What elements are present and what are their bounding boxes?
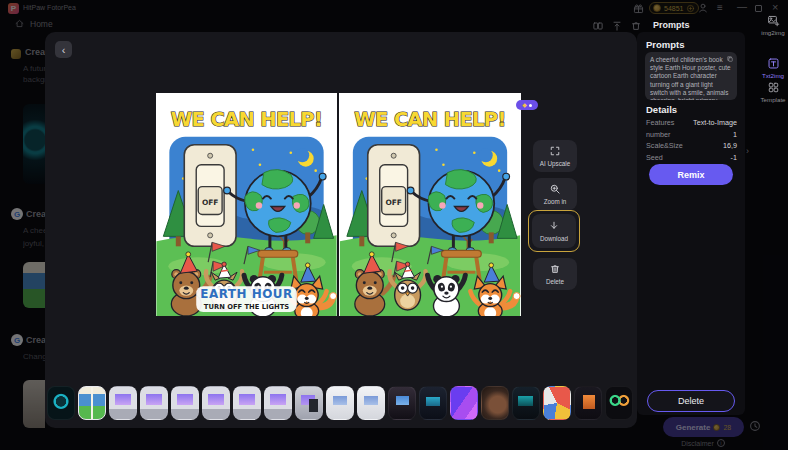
prompt-text: A cheerful children's book style Earth H… [650,56,732,100]
thumbnail-5-monitor[interactable] [171,386,199,420]
detail-value: -1 [731,153,737,162]
mode-txt2img[interactable]: Txt2img [758,57,788,79]
detail-label: Seed [646,153,663,162]
detail-label: number [646,130,670,139]
copy-icon[interactable] [726,55,734,63]
mode-template[interactable]: Template [758,81,788,103]
detail-row-scale-size: Scale&Size 16,9 [646,141,737,150]
template-label: Template [758,96,788,103]
upscale-icon [549,145,561,157]
prompts-panel: Prompts A cheerful children's book style… [637,32,745,415]
download-icon [548,220,560,232]
download-label: Download [540,235,568,242]
panel-collapse-chevron-icon[interactable]: › [746,146,749,156]
thumbnail-18-darkorange[interactable] [574,386,602,420]
thumbnail-15-personwarm[interactable] [481,386,509,420]
img2img-label: img2img [758,29,788,36]
delete-action-label: Delete [546,278,564,285]
diamond-icon: ◆ [522,102,527,108]
thumbnail-16-tealdark[interactable] [512,386,540,420]
remix-button[interactable]: Remix [649,164,733,185]
thumbnail-2-poster[interactable] [78,386,106,420]
thumbnail-9-monitor-person[interactable] [295,386,323,420]
thumbnail-19-rings[interactable] [605,386,633,420]
magnifier-icon [549,183,561,195]
thumbnail-11-bright[interactable] [357,386,385,420]
detail-row-features: Features Text-to-Image [646,118,737,127]
txt2img-icon [767,57,780,70]
thumbnail-strip [47,385,635,421]
detail-value: 16,9 [723,141,737,150]
detail-row-number: number 1 [646,130,737,139]
trash-icon [549,263,561,275]
detail-value: Text-to-Image [693,118,737,127]
zoom-in-button[interactable]: Zoom in [533,178,577,210]
detail-row-seed: Seed -1 [646,153,737,162]
upscale-label: AI Upscale [540,160,570,167]
badge-dot [529,104,532,107]
thumbnail-13-darksetup[interactable] [419,386,447,420]
app-window: P HitPaw FotorPea 54851 ≡ — × Home Creat… [0,0,788,450]
back-button[interactable]: ‹ [55,41,72,58]
mode-img2img[interactable]: img2img [758,14,788,36]
txt2img-label: Txt2img [758,72,788,79]
thumbnail-10-bright[interactable] [326,386,354,420]
thumbnail-3-monitor[interactable] [109,386,137,420]
generated-image-left[interactable]: EARTH HOUR TURN OFF THE LIGHTS [156,93,337,316]
generated-image-right[interactable] [339,93,521,316]
thumbnail-6-monitor[interactable] [202,386,230,420]
ai-upscale-button[interactable]: AI Upscale [533,140,577,172]
thumbnail-1-darkring[interactable] [47,386,75,420]
thumbnail-4-monitor[interactable] [140,386,168,420]
zoom-in-label: Zoom in [544,198,567,205]
detail-value: 1 [733,130,737,139]
thumbnail-7-monitor[interactable] [233,386,261,420]
prompts-panel-header: Prompts [653,20,690,30]
delete-button[interactable]: Delete [533,258,577,290]
download-highlight-frame: Download [528,210,580,252]
thumbnail-8-monitor[interactable] [264,386,292,420]
prompts-section-title: Prompts [646,39,685,50]
prompt-text-box[interactable]: A cheerful children's book style Earth H… [645,52,737,100]
thumbnail-14-purple[interactable] [450,386,478,420]
delete-image-button[interactable]: Delete [647,390,735,412]
download-button[interactable]: Download [532,214,576,248]
details-section-title: Details [646,104,677,115]
thumbnail-17-mosaic[interactable] [543,386,571,420]
caption-turn-off-lights: TURN OFF THE LIGHTS [204,303,289,311]
premium-badge: ◆ [516,100,538,110]
caption-earth-hour: EARTH HOUR [200,287,292,301]
image-viewer-modal: ‹ EARTH HOUR TURN OFF THE LIGHTS AI Upsc… [45,32,637,428]
template-grid-icon [767,81,780,94]
detail-label: Scale&Size [646,141,683,150]
detail-label: Features [646,118,674,127]
img2img-icon [767,14,780,27]
thumbnail-12-darkroom[interactable] [388,386,416,420]
